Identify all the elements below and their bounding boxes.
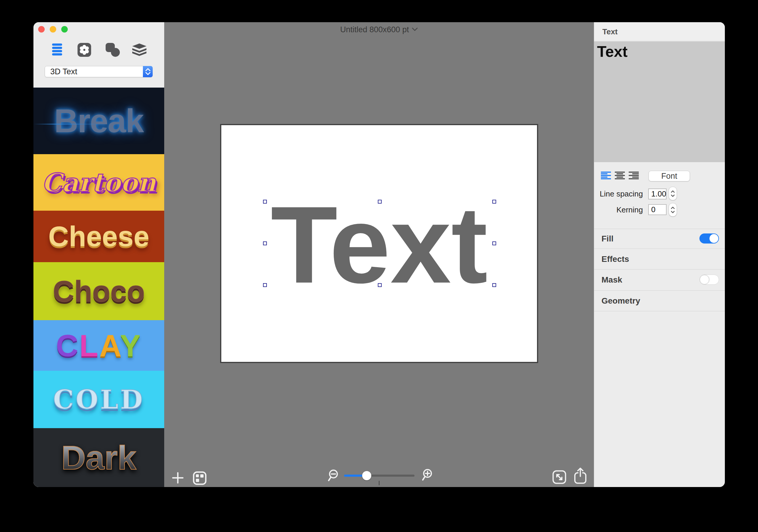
divider bbox=[594, 269, 725, 269]
share-icon[interactable] bbox=[574, 468, 587, 485]
template-clay[interactable]: CLAY bbox=[33, 320, 164, 371]
zoom-slider-thumb[interactable] bbox=[362, 471, 371, 480]
section-geometry-label: Geometry bbox=[602, 296, 640, 305]
collage-grid-icon[interactable] bbox=[193, 471, 207, 486]
inspector-header-title: Text bbox=[603, 22, 618, 41]
zoom-in-icon[interactable] bbox=[421, 469, 434, 483]
selection-box bbox=[265, 202, 495, 285]
line-spacing-label: Line spacing bbox=[594, 189, 643, 198]
handle-top-center[interactable] bbox=[378, 200, 382, 203]
handle-mid-right[interactable] bbox=[492, 241, 496, 245]
zoom-window-button[interactable] bbox=[61, 26, 68, 33]
template-cold-label: COLD bbox=[53, 386, 145, 412]
sidebar: 3D Text Break Cartoon Cheese Choco CLAY … bbox=[33, 22, 164, 487]
font-button[interactable]: Font bbox=[648, 171, 690, 181]
kerning-input[interactable] bbox=[648, 204, 667, 215]
fill-toggle[interactable] bbox=[700, 233, 719, 243]
handle-top-right[interactable] bbox=[492, 200, 496, 203]
template-clay-label: CLAY bbox=[56, 330, 142, 361]
dropdown-stepper-icon bbox=[143, 66, 153, 77]
divider bbox=[594, 290, 725, 291]
divider bbox=[594, 229, 725, 229]
category-dropdown[interactable]: 3D Text bbox=[45, 66, 153, 77]
template-dark-label: Dark bbox=[61, 441, 136, 475]
template-break[interactable]: Break bbox=[33, 88, 164, 154]
title-chevron-icon bbox=[412, 24, 418, 33]
template-cheese-label: Cheese bbox=[48, 222, 150, 251]
layers-icon[interactable] bbox=[132, 44, 147, 58]
resize-icon[interactable] bbox=[552, 470, 566, 485]
handle-bottom-right[interactable] bbox=[492, 283, 496, 287]
template-dark[interactable]: Dark bbox=[33, 428, 164, 487]
handle-mid-left[interactable] bbox=[263, 241, 267, 245]
handle-bottom-center[interactable] bbox=[378, 283, 382, 287]
template-cold[interactable]: COLD bbox=[33, 371, 164, 428]
divider bbox=[594, 249, 725, 249]
app-window: 3D Text Break Cartoon Cheese Choco CLAY … bbox=[33, 22, 725, 487]
handle-bottom-left[interactable] bbox=[263, 283, 267, 287]
template-cheese[interactable]: Cheese bbox=[33, 211, 164, 262]
styles-flower-icon[interactable] bbox=[78, 43, 91, 58]
line-spacing-input[interactable] bbox=[648, 189, 667, 199]
mask-toggle[interactable] bbox=[700, 274, 719, 285]
minimize-button[interactable] bbox=[50, 26, 56, 33]
zoom-out-icon[interactable] bbox=[328, 469, 341, 483]
kerning-stepper[interactable] bbox=[669, 203, 677, 217]
text-editor-area[interactable]: Text bbox=[594, 41, 725, 162]
line-spacing-stepper[interactable] bbox=[669, 187, 677, 200]
section-effects-label: Effects bbox=[602, 255, 629, 263]
align-left-button[interactable] bbox=[601, 172, 611, 181]
template-choco[interactable]: Choco bbox=[33, 262, 164, 320]
workspace: Untitled 800x600 pt Text bbox=[164, 22, 594, 487]
template-cartoon-label: Cartoon bbox=[42, 170, 156, 195]
template-break-label: Break bbox=[54, 104, 143, 138]
align-right-button[interactable] bbox=[629, 172, 639, 181]
handle-top-left[interactable] bbox=[263, 200, 267, 203]
fill-toggle-knob bbox=[709, 234, 718, 243]
zoom-slider-track[interactable] bbox=[366, 475, 415, 477]
section-fill-label: Fill bbox=[602, 234, 613, 243]
align-center-button[interactable] bbox=[615, 172, 625, 181]
add-icon[interactable] bbox=[172, 472, 184, 485]
zoom-default-tick bbox=[379, 481, 380, 485]
inspector-header: Text bbox=[594, 22, 725, 41]
templates-list-icon[interactable] bbox=[52, 44, 62, 57]
template-choco-label: Choco bbox=[53, 276, 145, 306]
divider bbox=[594, 311, 725, 311]
close-button[interactable] bbox=[38, 26, 45, 33]
text-editor-value: Text bbox=[597, 43, 628, 60]
shapes-icon[interactable] bbox=[106, 43, 120, 58]
mask-toggle-knob bbox=[700, 275, 709, 284]
kerning-label: Kerning bbox=[594, 205, 643, 215]
inspector-panel: Text Text Font Line spacing bbox=[594, 22, 725, 487]
template-cartoon[interactable]: Cartoon bbox=[33, 154, 164, 211]
section-mask-label: Mask bbox=[602, 275, 622, 284]
category-dropdown-value: 3D Text bbox=[45, 67, 77, 76]
document-title[interactable]: Untitled 800x600 pt bbox=[164, 25, 594, 34]
desktop: 3D Text Break Cartoon Cheese Choco CLAY … bbox=[0, 0, 758, 532]
